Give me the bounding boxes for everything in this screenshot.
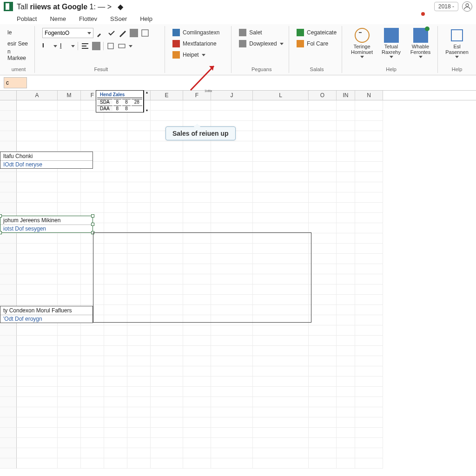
cell[interactable] xyxy=(309,162,337,172)
cell[interactable] xyxy=(183,325,211,336)
cell[interactable] xyxy=(211,336,253,346)
cell[interactable] xyxy=(355,233,383,244)
cell[interactable] xyxy=(58,100,81,111)
cell[interactable] xyxy=(355,131,383,141)
cell[interactable] xyxy=(309,111,337,121)
cell[interactable] xyxy=(337,366,355,377)
cell[interactable] xyxy=(58,397,81,407)
cell[interactable] xyxy=(58,387,81,397)
cell[interactable] xyxy=(58,336,81,346)
cell[interactable] xyxy=(183,172,211,182)
cell[interactable] xyxy=(104,325,127,336)
menu-item[interactable]: Neme xyxy=(50,15,66,22)
cell[interactable] xyxy=(337,254,355,264)
cell[interactable] xyxy=(337,325,355,336)
cell[interactable] xyxy=(253,377,309,387)
cell[interactable] xyxy=(355,192,383,203)
cell[interactable] xyxy=(17,121,58,131)
cell[interactable] xyxy=(58,377,81,387)
fill-icon[interactable] xyxy=(106,42,115,50)
cell[interactable] xyxy=(58,346,81,356)
cell[interactable] xyxy=(17,325,58,336)
cell[interactable] xyxy=(355,458,383,469)
cell[interactable] xyxy=(17,264,58,274)
cell[interactable] xyxy=(253,121,309,131)
cell[interactable] xyxy=(211,213,253,223)
cell[interactable] xyxy=(17,274,58,284)
cell[interactable] xyxy=(309,346,337,356)
cell[interactable] xyxy=(17,192,58,203)
column-header[interactable]: A xyxy=(17,91,58,100)
cell[interactable] xyxy=(151,100,183,111)
cell[interactable] xyxy=(17,346,58,356)
cell[interactable] xyxy=(309,397,337,407)
row-header[interactable] xyxy=(0,131,17,141)
cell[interactable] xyxy=(151,152,183,162)
cell[interactable] xyxy=(151,387,183,397)
cell[interactable] xyxy=(151,377,183,387)
cell[interactable] xyxy=(151,162,183,172)
row-header[interactable] xyxy=(0,141,17,152)
cell[interactable] xyxy=(337,203,355,213)
cell[interactable] xyxy=(183,366,211,377)
cell[interactable] xyxy=(309,233,337,244)
cell[interactable] xyxy=(253,397,309,407)
cell[interactable] xyxy=(127,172,151,182)
cell[interactable] xyxy=(337,295,355,305)
cell[interactable] xyxy=(253,366,309,377)
cell[interactable] xyxy=(337,428,355,438)
cell[interactable] xyxy=(211,377,253,387)
row-header[interactable] xyxy=(0,182,17,192)
cell[interactable] xyxy=(337,100,355,111)
cell[interactable] xyxy=(58,233,81,244)
cell[interactable] xyxy=(81,428,104,438)
cell[interactable] xyxy=(183,223,211,233)
cell[interactable] xyxy=(151,192,183,203)
cell[interactable] xyxy=(58,192,81,203)
row-header[interactable] xyxy=(0,417,17,428)
cell[interactable] xyxy=(211,428,253,438)
cell[interactable] xyxy=(355,254,383,264)
cell[interactable] xyxy=(151,438,183,448)
column-header[interactable]: IN xyxy=(337,91,355,100)
cell[interactable] xyxy=(337,111,355,121)
cell[interactable] xyxy=(309,407,337,417)
cell[interactable] xyxy=(253,448,309,458)
cell[interactable] xyxy=(81,458,104,469)
cell[interactable] xyxy=(58,121,81,131)
cell[interactable] xyxy=(183,407,211,417)
cell[interactable] xyxy=(309,284,337,295)
cell[interactable] xyxy=(309,325,337,336)
cell[interactable] xyxy=(309,192,337,203)
cell[interactable] xyxy=(81,397,104,407)
cell[interactable] xyxy=(253,182,309,192)
cell[interactable] xyxy=(309,387,337,397)
cell[interactable] xyxy=(127,458,151,469)
cell[interactable] xyxy=(309,223,337,233)
cell[interactable] xyxy=(127,438,151,448)
mini-data-table[interactable]: Hend Zales SDA8828 DAA88 xyxy=(96,90,144,112)
cell[interactable] xyxy=(355,213,383,223)
cell[interactable] xyxy=(253,428,309,438)
cell[interactable] xyxy=(337,172,355,182)
cell[interactable] xyxy=(211,438,253,448)
cell[interactable] xyxy=(337,377,355,387)
menu-item[interactable]: SSoer xyxy=(110,15,127,22)
cell[interactable] xyxy=(17,284,58,295)
cell[interactable] xyxy=(253,325,309,336)
cell[interactable] xyxy=(81,448,104,458)
cell[interactable] xyxy=(104,428,127,438)
cell[interactable] xyxy=(211,407,253,417)
cell[interactable] xyxy=(104,387,127,397)
cell[interactable] xyxy=(183,111,211,121)
cell[interactable] xyxy=(309,172,337,182)
cell[interactable] xyxy=(253,223,309,233)
cell[interactable] xyxy=(104,366,127,377)
cell[interactable] xyxy=(355,295,383,305)
cell[interactable] xyxy=(253,213,309,223)
row-header[interactable] xyxy=(0,366,17,377)
cell[interactable] xyxy=(104,458,127,469)
cell[interactable] xyxy=(81,325,104,336)
cell[interactable] xyxy=(58,182,81,192)
cell[interactable] xyxy=(337,264,355,274)
